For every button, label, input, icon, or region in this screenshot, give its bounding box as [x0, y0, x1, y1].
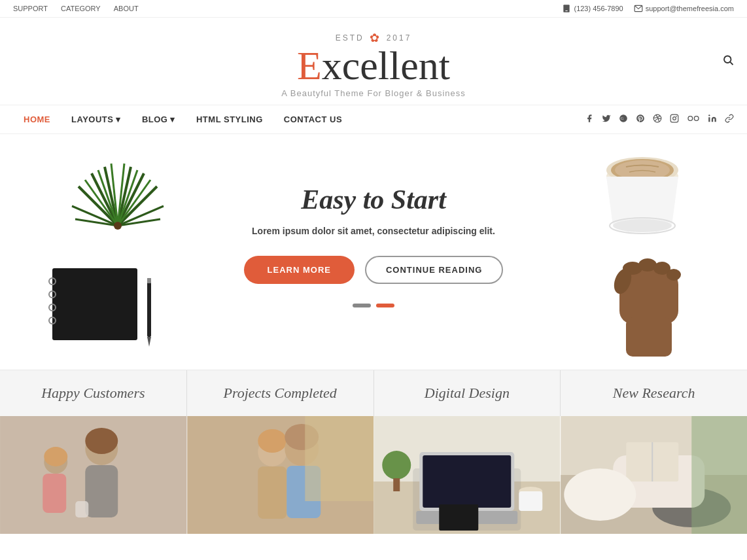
phone-icon	[562, 4, 571, 13]
nav-layouts[interactable]: LAYOUTS ▾	[61, 105, 131, 133]
svg-rect-1	[566, 10, 568, 11]
email-icon	[634, 4, 643, 13]
estd-label: ESTD	[336, 33, 364, 43]
chain-link[interactable]	[725, 114, 734, 126]
facebook-link[interactable]	[585, 114, 594, 126]
stat-digital-design: Digital Design	[374, 370, 561, 416]
logo-first-letter: E	[297, 43, 322, 88]
instagram-icon	[670, 114, 679, 123]
svg-rect-81	[519, 491, 542, 511]
nav-social: G	[585, 114, 734, 126]
top-bar-links: SUPPORT CATEGORY ABOUT	[13, 5, 139, 12]
facebook-icon	[585, 114, 594, 123]
svg-point-51	[667, 269, 681, 281]
email-info: support@themefreesia.com	[634, 4, 734, 13]
svg-rect-53	[626, 317, 672, 357]
svg-rect-89	[691, 416, 747, 534]
google-link[interactable]: G	[619, 114, 628, 126]
hero-content: Easy to Start Lorem ipsum dolor sit amet…	[244, 184, 504, 284]
learn-more-button[interactable]: LEARN MORE	[244, 256, 355, 284]
plant-decoration	[65, 147, 170, 252]
search-icon	[722, 54, 734, 65]
nav-blog[interactable]: BLOG ▾	[131, 105, 186, 133]
grid-item-2[interactable]	[187, 416, 374, 534]
nav-links: HOME LAYOUTS ▾ BLOG ▾ HTML STYLING CONTA…	[13, 105, 353, 133]
svg-rect-8	[670, 114, 678, 122]
svg-point-10	[676, 116, 677, 116]
hero-subtitle: Lorem ipsum dolor sit amet, consectetur …	[244, 226, 504, 236]
new-research-image	[561, 416, 748, 534]
svg-line-4	[730, 61, 733, 64]
site-header: ESTD ✿ 2017 Excellent A Beautyful Theme …	[0, 18, 747, 105]
logo-rest: xcellent	[322, 43, 450, 88]
grid-item-1[interactable]	[0, 416, 187, 534]
svg-rect-82	[439, 504, 478, 531]
hero-buttons: LEARN MORE CONTINUE READING	[244, 256, 504, 284]
linkedin-link[interactable]	[708, 114, 717, 126]
top-bar: SUPPORT CATEGORY ABOUT (123) 456-7890 su…	[0, 0, 747, 18]
svg-rect-71	[305, 416, 373, 501]
nav-contact[interactable]: CONTACT US	[273, 105, 353, 133]
svg-point-90	[564, 468, 636, 521]
site-tagline: A Beautyful Theme For Bloger & Business	[281, 88, 466, 98]
slider-dot-1[interactable]	[353, 304, 371, 307]
svg-point-11	[688, 116, 693, 120]
coffee-decoration	[577, 141, 708, 350]
happy-customers-image	[0, 416, 187, 534]
twitter-link[interactable]	[602, 114, 611, 126]
plant-svg	[65, 147, 170, 252]
flickr-link[interactable]	[687, 114, 700, 126]
slider-dot-2[interactable]	[376, 304, 394, 307]
digital-design-image	[373, 416, 561, 534]
svg-point-63	[44, 447, 67, 466]
notebook-decoration	[39, 265, 157, 343]
svg-rect-39	[147, 278, 151, 283]
top-bar-contact: (123) 456-7890 support@themefreesia.com	[562, 4, 734, 13]
dropdown-icon: ▾	[116, 114, 121, 124]
svg-point-31	[114, 222, 122, 230]
site-logo[interactable]: Excellent	[297, 45, 450, 86]
hero-title: Easy to Start	[244, 184, 504, 215]
email-address: support@themefreesia.com	[646, 5, 734, 12]
svg-rect-32	[52, 268, 137, 340]
about-link[interactable]: ABOUT	[114, 5, 139, 12]
instagram-link[interactable]	[670, 114, 679, 126]
phone-number: (123) 456-7890	[574, 5, 623, 12]
twitter-icon	[602, 114, 611, 123]
grid-item-4[interactable]	[561, 416, 748, 534]
dribbble-link[interactable]	[653, 114, 662, 126]
coffee-svg	[577, 141, 721, 363]
continue-reading-button[interactable]: CONTINUE READING	[365, 256, 503, 284]
dropdown-icon-blog: ▾	[170, 114, 175, 124]
pinterest-link[interactable]	[636, 114, 645, 126]
category-link[interactable]: CATEGORY	[61, 5, 101, 12]
svg-point-9	[673, 116, 676, 120]
svg-point-62	[85, 428, 118, 454]
projects-completed-image	[187, 416, 374, 534]
slider-dots	[353, 304, 394, 307]
main-nav: HOME LAYOUTS ▾ BLOG ▾ HTML STYLING CONTA…	[0, 105, 747, 134]
svg-point-12	[694, 116, 699, 120]
stats-bar: Happy Customers Projects Completed Digit…	[0, 370, 747, 416]
flickr-icon	[687, 114, 700, 123]
search-button[interactable]	[722, 54, 734, 69]
svg-rect-13	[708, 117, 710, 122]
hero-section: Easy to Start Lorem ipsum dolor sit amet…	[0, 134, 747, 370]
svg-marker-38	[147, 337, 151, 347]
stat-happy-customers: Happy Customers	[0, 370, 187, 416]
svg-rect-76	[423, 455, 511, 508]
nav-home[interactable]: HOME	[13, 105, 61, 133]
estd-year: 2017	[387, 33, 412, 43]
support-link[interactable]: SUPPORT	[13, 5, 48, 12]
pinterest-icon	[636, 114, 645, 123]
nav-html-styling[interactable]: HTML STYLING	[186, 105, 273, 133]
image-grid	[0, 416, 747, 534]
stat-new-research: New Research	[561, 370, 747, 416]
grid-item-3[interactable]	[373, 416, 561, 534]
phone-info: (123) 456-7890	[562, 4, 623, 13]
svg-point-44	[613, 219, 672, 232]
linkedin-icon	[708, 114, 717, 123]
chain-icon	[725, 114, 734, 123]
google-icon: G	[619, 114, 628, 123]
svg-rect-79	[393, 478, 400, 491]
